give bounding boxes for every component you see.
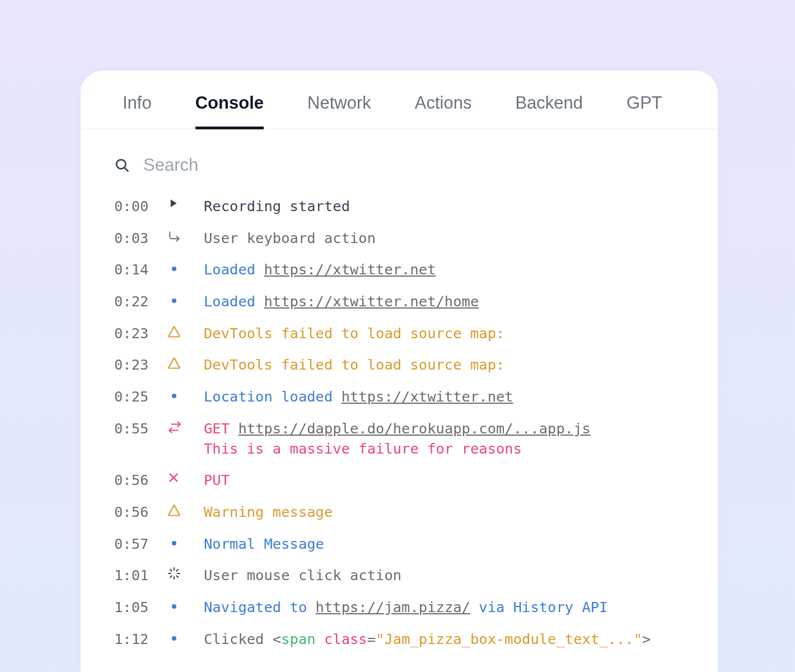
log-text: Navigated to xyxy=(204,599,316,615)
svg-line-1 xyxy=(124,167,128,171)
log-text: class xyxy=(324,631,367,647)
log-row[interactable]: 1:05Navigated to https://jam.pizza/ via … xyxy=(114,598,684,618)
play-icon xyxy=(167,197,204,209)
svg-line-10 xyxy=(170,576,172,577)
log-row[interactable]: 0:23DevTools failed to load source map: xyxy=(114,355,684,375)
log-text: < xyxy=(273,631,281,647)
search-bar xyxy=(81,129,718,185)
log-text: Warning message xyxy=(204,503,333,520)
log-message: User keyboard action xyxy=(204,228,684,249)
log-timestamp: 0:55 xyxy=(114,419,167,439)
log-row[interactable]: 0:22Loaded https://xtwitter.net/home xyxy=(114,292,684,312)
warn-icon xyxy=(167,502,204,517)
dot-icon xyxy=(167,629,204,641)
console-log: 0:00Recording started0:03User keyboard a… xyxy=(81,185,718,649)
tab-bar: Info Console Network Actions Backend GPT xyxy=(81,71,718,129)
log-row[interactable]: 0:57Normal Message xyxy=(114,534,684,554)
devtools-panel: Info Console Network Actions Backend GPT… xyxy=(81,71,718,672)
log-text: Location loaded xyxy=(204,388,342,405)
dot-icon xyxy=(167,292,204,303)
log-message: Location loaded https://xtwitter.net xyxy=(204,387,684,407)
log-message: DevTools failed to load source map: xyxy=(204,324,684,344)
log-text: via History API xyxy=(470,599,608,615)
log-timestamp: 0:03 xyxy=(114,228,167,249)
log-text: GET xyxy=(204,420,238,437)
dot-icon xyxy=(167,260,204,271)
log-text: This is a massive failure for reasons xyxy=(204,440,522,457)
log-timestamp: 1:01 xyxy=(114,566,167,586)
log-text: Recording started xyxy=(204,198,350,214)
log-row[interactable]: 0:55GET https://dapple.do/herokuapp.com/… xyxy=(114,419,684,459)
log-timestamp: 1:12 xyxy=(114,629,167,650)
log-link[interactable]: https://dapple.do/herokuapp.com/...app.j… xyxy=(238,420,590,437)
search-icon xyxy=(114,157,130,173)
dot-icon xyxy=(167,534,204,545)
log-link[interactable]: https://xtwitter.net xyxy=(264,261,436,278)
log-text: User mouse click action xyxy=(204,567,401,584)
log-timestamp: 0:23 xyxy=(114,355,167,375)
svg-line-6 xyxy=(170,570,172,571)
log-message: PUT xyxy=(204,470,684,491)
log-row[interactable]: 0:25Location loaded https://xtwitter.net xyxy=(114,387,684,407)
sub-arrow-icon xyxy=(167,228,204,244)
log-timestamp: 0:56 xyxy=(114,502,167,522)
spinner-icon xyxy=(167,566,204,580)
log-row[interactable]: 0:03User keyboard action xyxy=(114,228,684,249)
log-row[interactable]: 0:00Recording started xyxy=(114,197,684,217)
tab-console[interactable]: Console xyxy=(195,93,264,129)
log-link[interactable]: https://xtwitter.net/home xyxy=(264,293,479,310)
log-timestamp: 0:14 xyxy=(114,260,167,280)
tab-actions[interactable]: Actions xyxy=(415,93,472,129)
log-link[interactable]: https://xtwitter.net xyxy=(342,388,513,405)
dot-icon xyxy=(167,598,204,609)
log-message: DevTools failed to load source map: xyxy=(204,355,684,375)
log-message: GET https://dapple.do/herokuapp.com/...a… xyxy=(204,419,684,459)
log-text: "Jam_pizza_box-module_text_..." xyxy=(376,631,642,647)
log-text: Loaded xyxy=(204,293,264,310)
log-row[interactable]: 1:12Clicked <span class="Jam_pizza_box-m… xyxy=(114,629,684,650)
log-text: = xyxy=(367,631,376,647)
log-text: Normal Message xyxy=(204,535,324,552)
log-timestamp: 0:23 xyxy=(114,324,167,344)
dot-icon xyxy=(167,387,204,398)
log-message: Loaded https://xtwitter.net xyxy=(204,260,684,280)
log-message: Normal Message xyxy=(204,534,684,554)
warn-icon xyxy=(167,355,204,370)
log-row[interactable]: 0:56PUT xyxy=(114,470,684,491)
log-message: Clicked <span class="Jam_pizza_box-modul… xyxy=(204,629,684,650)
log-link[interactable]: https://jam.pizza/ xyxy=(316,599,470,615)
tab-backend[interactable]: Backend xyxy=(515,93,583,129)
log-timestamp: 0:57 xyxy=(114,534,167,554)
log-message: Navigated to https://jam.pizza/ via Hist… xyxy=(204,598,684,618)
log-message: Loaded https://xtwitter.net/home xyxy=(204,292,684,312)
tab-gpt[interactable]: GPT xyxy=(626,93,662,129)
log-text: User keyboard action xyxy=(204,230,376,246)
tab-network[interactable]: Network xyxy=(307,93,371,129)
log-timestamp: 1:05 xyxy=(114,598,167,618)
log-text: Clicked xyxy=(204,631,273,647)
log-message: Warning message xyxy=(204,502,684,522)
log-timestamp: 0:22 xyxy=(114,292,167,312)
warn-icon xyxy=(167,324,204,338)
svg-line-7 xyxy=(176,576,178,577)
x-icon xyxy=(167,470,204,484)
log-text: Loaded xyxy=(204,261,264,278)
log-text: DevTools failed to load source map: xyxy=(204,356,504,373)
log-row[interactable]: 0:56Warning message xyxy=(114,502,684,522)
log-message: User mouse click action xyxy=(204,566,684,586)
search-input[interactable] xyxy=(143,155,367,175)
log-text: DevTools failed to load source map: xyxy=(204,325,504,342)
swap-icon xyxy=(167,419,204,435)
tab-info[interactable]: Info xyxy=(123,93,152,129)
log-text: > xyxy=(642,631,651,647)
log-timestamp: 0:56 xyxy=(114,470,167,491)
svg-line-11 xyxy=(176,570,178,571)
log-row[interactable]: 0:23DevTools failed to load source map: xyxy=(114,324,684,344)
log-text: span xyxy=(281,631,324,647)
log-row[interactable]: 1:01User mouse click action xyxy=(114,566,684,586)
log-message: Recording started xyxy=(204,197,684,217)
log-text: PUT xyxy=(204,472,230,488)
log-row[interactable]: 0:14Loaded https://xtwitter.net xyxy=(114,260,684,280)
log-timestamp: 0:25 xyxy=(114,387,167,407)
log-timestamp: 0:00 xyxy=(114,197,167,217)
